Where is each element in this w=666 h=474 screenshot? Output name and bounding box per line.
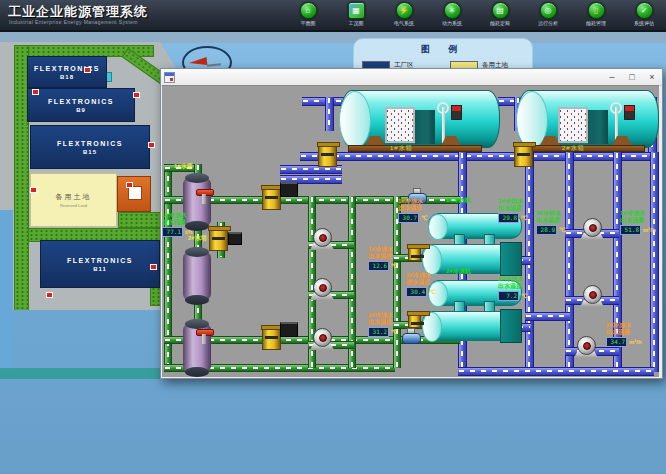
map-marker [148, 142, 155, 148]
pump [574, 336, 598, 358]
evaluation-icon: ✓ [636, 2, 653, 19]
toolbar-process-view[interactable]: ▦ 工况图 [338, 2, 374, 26]
toolbar-power[interactable]: ✳ 动力系统 [434, 2, 470, 26]
meas-chw2-in-temp: 2#冷冻水 进水温度 30.4℃ [406, 272, 436, 297]
minimize-button[interactable]: – [602, 70, 622, 84]
window-titlebar[interactable]: – □ × [161, 69, 662, 86]
water-strip [0, 210, 13, 372]
building-b11: FLEXTRONICS B11 [40, 240, 160, 288]
pipe [300, 152, 657, 161]
meas-chw2-out-flow: 2#冷冻水 出水流量 34.7m³/h [606, 322, 642, 347]
water-tower-2 [183, 252, 211, 300]
pipe [525, 312, 570, 321]
map-marker [133, 92, 140, 98]
quota-icon: ▤ [492, 2, 509, 19]
tower-1-label: 1#水塔 [174, 162, 193, 171]
window-icon [164, 72, 175, 83]
tank-2-label: 2#水箱 [562, 144, 585, 153]
meas-chw1-inflow: 1#冷冻水 进水流量 77.1t/h [162, 212, 192, 237]
valve [318, 144, 337, 167]
valve [408, 313, 421, 328]
pump [310, 328, 334, 350]
scada-window: – □ × [160, 68, 663, 379]
teal-shore-band [0, 368, 162, 379]
analysis-icon: ◎ [540, 2, 557, 19]
maximize-button[interactable]: □ [622, 70, 642, 84]
water-tank-1 [340, 90, 500, 148]
toolbar-plan-view[interactable]: ⌂ 平面图 [290, 2, 326, 26]
sensor [280, 182, 298, 197]
pump [310, 228, 334, 250]
electrical-icon: ⚡ [396, 2, 413, 19]
valve [408, 246, 421, 261]
chiller-2-label: 2#冷冻机 [446, 267, 471, 276]
building-b15: FLEXTRONICS B15 [30, 125, 150, 169]
meas-cw1-out-temp: 1#冷却水 出水温度 29.8℃ [498, 198, 528, 223]
toolbar-electrical[interactable]: ⚡ 电气系统 [386, 2, 422, 26]
main-toolbar: ⌂ 平面图 ▦ 工况图 ⚡ 电气系统 ✳ 动力系统 ▤ 能耗定额 ◎ 运行分析 [290, 2, 662, 26]
toolbar-energy-mgmt[interactable]: ▯ 能耗管理 [578, 2, 614, 26]
app-root: 工业企业能源管理系统 Industrial Enterprise Energy … [0, 0, 666, 474]
map-land: FLEXTRONICS B18 FLEXTRONICS B9 FLEXTRONI… [0, 42, 178, 310]
legend-title: 图 例 [354, 43, 532, 56]
power-icon: ✳ [444, 2, 461, 19]
map-marker [126, 182, 133, 188]
building-b18: FLEXTRONICS B18 [27, 56, 107, 88]
meas-chw2-out-temp: 2#冷冻水 出水温度 7.2℃ [498, 276, 528, 301]
water-tank-2 [517, 90, 659, 148]
valve [262, 327, 281, 350]
map-marker [30, 187, 37, 193]
building-b9: FLEXTRONICS B9 [27, 88, 135, 122]
meas-chw1-out-flow: 1#冷冻水 出水流量 51.8m³/h [620, 210, 656, 235]
tree-strip [118, 212, 162, 228]
pump [310, 278, 334, 300]
sensor [280, 322, 298, 337]
header-bar: 工业企业能源管理系统 Industrial Enterprise Energy … [0, 0, 666, 32]
pipe [458, 367, 654, 376]
toolbar-energy-quota[interactable]: ▤ 能耗定额 [482, 2, 518, 26]
map-marker [84, 67, 91, 73]
sensor [228, 232, 242, 245]
meas-chw2-out-temp2: 2#冷冻水 出水温度 31.2℃ [368, 312, 398, 337]
chiller-1-label: 1#冷冻机 [446, 196, 471, 205]
pipe [325, 97, 334, 131]
app-subtitle: Industrial Enterprise Energy Management … [9, 19, 138, 25]
pump [580, 285, 604, 307]
tank-1-label: 1#水箱 [390, 144, 413, 153]
tank-2-base [525, 145, 645, 152]
meas-chw1-out-temp: 1#冷冻水 出水温度 12.6℃ [368, 246, 398, 271]
map-marker [32, 89, 39, 95]
energy-mgmt-icon: ▯ [588, 2, 605, 19]
meas-cw2-out-temp: 2#冷却水 出水温度 28.9℃ [536, 210, 566, 235]
map-marker [150, 264, 157, 270]
pipe [565, 152, 574, 372]
plan-view-icon: ⌂ [300, 2, 317, 19]
valve [262, 187, 281, 210]
orange-building [117, 176, 151, 212]
tank-1-base [348, 145, 482, 152]
pump [580, 218, 604, 240]
valve [514, 144, 533, 167]
scada-canvas: 1#水塔 2#水塔 1#水箱 [162, 85, 659, 377]
process-view-icon: ▦ [348, 2, 365, 19]
map-marker [46, 292, 53, 298]
reserve-land-area: 备用土地 Reserved Land [30, 173, 117, 227]
valve [209, 228, 228, 251]
pipe [650, 152, 659, 372]
close-button[interactable]: × [642, 70, 662, 84]
meas-chw1-in-temp: 1#冷冻水 进水温度 30.7℃ [398, 198, 428, 223]
toolbar-system-eval[interactable]: ✓ 系统评估 [626, 2, 662, 26]
toolbar-operation-analysis[interactable]: ◎ 运行分析 [530, 2, 566, 26]
